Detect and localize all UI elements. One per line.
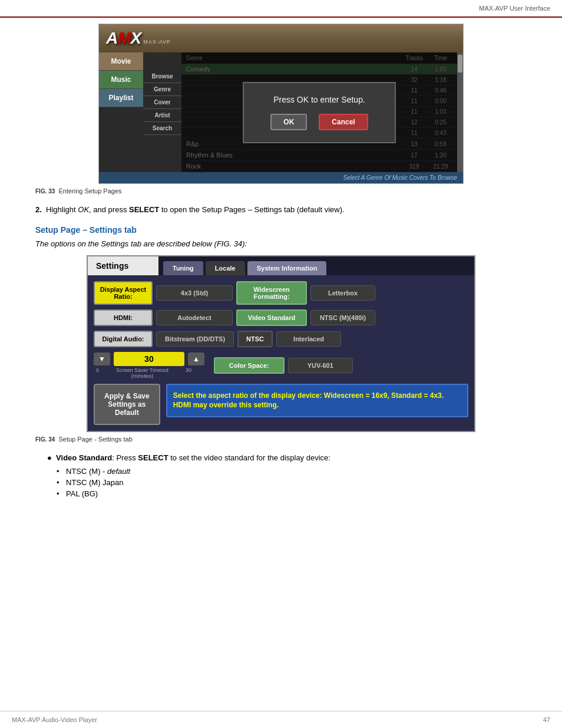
page-header: MAX-AVP User Interface	[0, 0, 562, 18]
sidebar-movie[interactable]: Movie	[99, 52, 143, 71]
slider-value: 30	[114, 352, 184, 366]
scrollbar[interactable]	[457, 52, 463, 172]
settings-title: Settings	[88, 256, 158, 275]
fig34-caption: FIG. 34 Setup Page - Settings tab	[35, 436, 527, 443]
status-bar: Select A Genre Of Music Covers To Browse	[99, 172, 463, 183]
label-hdmi: HDMI:	[94, 309, 153, 326]
value-hdmi[interactable]: Autodetect	[156, 310, 233, 325]
dialog-buttons: OK Cancel	[262, 114, 377, 130]
settings-italic: Settings	[101, 239, 128, 248]
sidebar-playlist[interactable]: Playlist	[99, 89, 143, 107]
filter-artist[interactable]: Artist	[143, 109, 181, 122]
bullet-list: NTSC (M) - default NTSC (M) Japan PAL (B…	[59, 467, 527, 498]
settings-row-hdmi: HDMI: Autodetect Video Standard NTSC (M)…	[94, 309, 468, 326]
dialog-cancel-button[interactable]: Cancel	[319, 114, 368, 130]
body-text-video-standard: ● Video Standard: Press SELECT to set th…	[35, 452, 527, 464]
fig33-caption: FIG. 33 Entering Setup Pages	[35, 187, 527, 195]
value-widescreen[interactable]: Letterbox	[310, 285, 375, 301]
sidebar-music[interactable]: Music	[99, 71, 143, 89]
footer-left: MAX-AVP Audio-Video Player	[12, 716, 97, 723]
fig34-ui: Settings Tuning Locale System Informatio…	[87, 255, 475, 432]
fig33-ui: AMX MAX-AVP Movie Music Playlist Browse …	[98, 24, 464, 184]
footer-right: 47	[543, 716, 550, 723]
slider-min: 0	[96, 367, 99, 379]
fig33-num: FIG. 33	[35, 188, 55, 195]
label-digital-audio: Digital Audio:	[94, 331, 153, 347]
bottom-row: Apply & SaveSettings asDefault Select th…	[94, 384, 468, 425]
slider-max: 30	[186, 367, 191, 379]
section-heading: Setup Page – Settings tab	[35, 225, 527, 235]
settings-row-aspect: Display AspectRatio: 4x3 (Std) Widescree…	[94, 281, 468, 305]
dialog-box: Press OK to enter Setup. OK Cancel	[243, 82, 396, 143]
media-ui: Movie Music Playlist Browse Genre Cover …	[99, 52, 463, 172]
value-aspect[interactable]: 4x3 (Std)	[156, 285, 233, 301]
slider-up-arrow[interactable]: ▲	[188, 353, 204, 365]
amx-logo: AMX	[106, 29, 141, 48]
value-video-standard[interactable]: NTSC (M)(480i)	[310, 310, 375, 325]
slider-label: Screen Saver Timeout(minutes)	[116, 367, 168, 379]
settings-body: Display AspectRatio: 4x3 (Std) Widescree…	[88, 275, 474, 431]
value-audio[interactable]: Bitstream (DD/DTS)	[156, 331, 234, 347]
content-panel: Genre Tracks Time Comedy 14 1:03 32 1:18	[181, 52, 457, 172]
settings-tabs: Tuning Locale System Information	[158, 256, 474, 275]
step-num: 2.	[35, 205, 42, 214]
step2-text: 2. Highlight OK, and press SELECT to ope…	[35, 204, 527, 216]
slider-down-arrow[interactable]: ▼	[94, 353, 110, 365]
section-intro: The options on the Settings tab are desc…	[35, 239, 527, 248]
tab-system-info[interactable]: System Information	[247, 261, 327, 275]
fig34-text: Setup Page - Settings tab	[58, 436, 132, 443]
label-ntsc: NTSC	[237, 331, 273, 347]
label-widescreen: WidescreenFormatting:	[236, 281, 307, 305]
value-color-space[interactable]: YUV-601	[288, 358, 353, 373]
scroll-thumb	[458, 55, 462, 73]
video-standard-bold: Video Standard	[56, 453, 112, 462]
status-text: Select A Genre Of Music Covers To Browse	[343, 174, 457, 181]
tab-locale[interactable]: Locale	[206, 261, 245, 275]
tab-tuning[interactable]: Tuning	[163, 261, 203, 275]
settings-row-audio: Digital Audio: Bitstream (DD/DTS) NTSC I…	[94, 331, 468, 347]
sidebar: Movie Music Playlist	[99, 52, 143, 172]
label-color-space: Color Space:	[214, 357, 285, 374]
ok-italic: OK	[78, 205, 89, 214]
filter-cover[interactable]: Cover	[143, 96, 181, 109]
dialog-ok-button[interactable]: OK	[270, 114, 307, 130]
dialog-overlay: Press OK to enter Setup. OK Cancel	[181, 52, 457, 172]
select-bold: SELECT	[129, 205, 159, 214]
dialog-message: Press OK to enter Setup.	[262, 95, 377, 104]
amx-header: AMX MAX-AVP	[99, 24, 463, 52]
header-title: MAX-AVP User Interface	[479, 5, 550, 12]
label-display-aspect: Display AspectRatio:	[94, 281, 153, 305]
list-item: NTSC (M) Japan	[59, 478, 527, 487]
label-video-standard: Video Standard	[236, 309, 307, 326]
filter-browse[interactable]: Browse	[143, 70, 181, 83]
value-interlaced[interactable]: Interlaced	[276, 331, 341, 347]
default-italic: default	[107, 467, 130, 476]
apply-save-button[interactable]: Apply & SaveSettings asDefault	[94, 384, 160, 425]
fig33-text: Entering Setup Pages	[58, 187, 121, 195]
list-item: PAL (BG)	[59, 489, 527, 498]
filter-search[interactable]: Search	[143, 122, 181, 135]
page-footer: MAX-AVP Audio-Video Player 47	[0, 711, 562, 728]
filter-genre[interactable]: Genre	[143, 83, 181, 96]
info-box: Select the aspect ratio of the display d…	[166, 384, 468, 418]
list-item: NTSC (M) - default	[59, 467, 527, 476]
fig34-num: FIG. 34	[35, 436, 55, 443]
slider-row: ▼ 30 ▲	[94, 352, 204, 366]
amx-sub: MAX-AVP	[143, 39, 171, 45]
settings-header: Settings Tuning Locale System Informatio…	[88, 256, 474, 275]
settings-row-slider: ▼ 30 ▲ 0 Screen Saver Timeout(minutes) 3…	[94, 352, 468, 379]
select-bold2: SELECT	[138, 453, 168, 462]
filter-panel: Browse Genre Cover Artist Search	[143, 52, 181, 172]
